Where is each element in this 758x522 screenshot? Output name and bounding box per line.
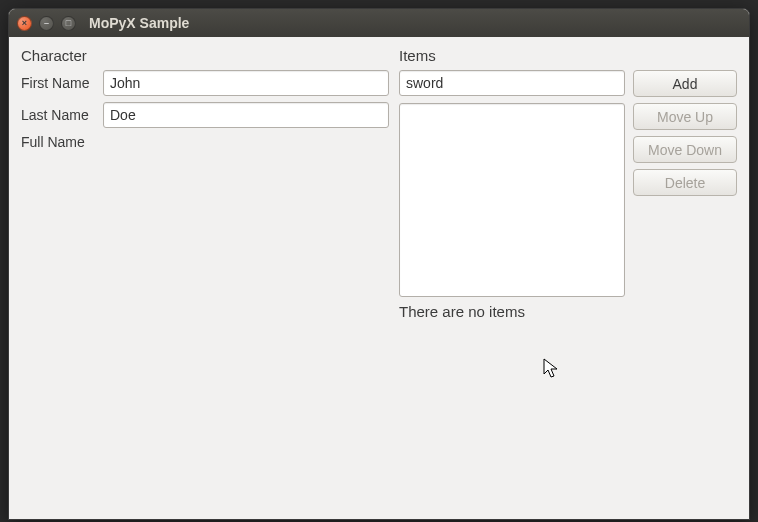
items-panel: Items Add Move Up Move Down Delete There… <box>399 47 737 320</box>
minimize-icon[interactable]: – <box>39 16 54 31</box>
character-panel: Character First Name Last Name Full Name <box>21 47 389 320</box>
maximize-icon[interactable]: □ <box>61 16 76 31</box>
delete-button[interactable]: Delete <box>633 169 737 196</box>
app-window: × – □ MoPyX Sample Character First Name … <box>8 8 750 520</box>
last-name-label: Last Name <box>21 107 99 123</box>
close-icon[interactable]: × <box>17 16 32 31</box>
move-down-button[interactable]: Move Down <box>633 136 737 163</box>
move-up-button[interactable]: Move Up <box>633 103 737 130</box>
content-area: Character First Name Last Name Full Name… <box>9 37 749 519</box>
items-status: There are no items <box>399 303 737 320</box>
first-name-input[interactable] <box>103 70 389 96</box>
add-button[interactable]: Add <box>633 70 737 97</box>
first-name-label: First Name <box>21 75 99 91</box>
item-actions: Move Up Move Down Delete <box>633 103 737 297</box>
last-name-input[interactable] <box>103 102 389 128</box>
items-listbox[interactable] <box>399 103 625 297</box>
character-heading: Character <box>21 47 389 64</box>
items-heading: Items <box>399 47 737 64</box>
full-name-label: Full Name <box>21 134 99 150</box>
window-title: MoPyX Sample <box>89 15 189 31</box>
new-item-input[interactable] <box>399 70 625 96</box>
titlebar[interactable]: × – □ MoPyX Sample <box>9 9 749 37</box>
